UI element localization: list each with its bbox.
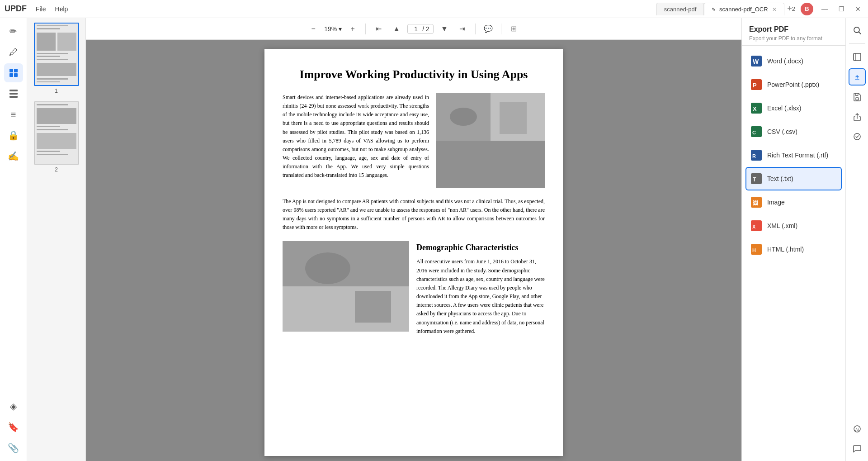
export-item-txt[interactable]: T Text (.txt): [745, 167, 842, 190]
check-icon[interactable]: [849, 128, 866, 145]
sidebar-icon-edit[interactable]: ✏: [4, 22, 23, 41]
svg-rect-5: [9, 93, 18, 95]
export-header: Export PDF Export your PDF to any format: [742, 18, 845, 46]
grid-icon: [9, 68, 19, 78]
svg-point-16: [305, 252, 350, 284]
page-indicator: 1 / 2: [407, 24, 434, 34]
toolbar-separator-1: [365, 24, 366, 34]
export-item-csv-label: CSV (.csv): [767, 128, 797, 135]
sidebar-left: ✏ 🖊 ≡ 🔒 ✍ ◈ 🔖 📎: [0, 18, 27, 461]
prev-page-button[interactable]: ▲: [389, 22, 404, 36]
sidebar-icon-attachment[interactable]: 📎: [4, 438, 23, 457]
export-title: Export PDF: [749, 25, 838, 33]
zoom-dropdown-icon[interactable]: ▾: [339, 25, 342, 33]
comment-panel-icon[interactable]: [849, 440, 866, 457]
main-area: ✏ 🖊 ≡ 🔒 ✍ ◈ 🔖 📎: [0, 18, 868, 461]
save-button[interactable]: [849, 88, 866, 105]
export-item-word[interactable]: W Word (.docx): [742, 49, 845, 73]
svg-text:R: R: [752, 153, 756, 159]
zoom-in-button[interactable]: +: [345, 22, 360, 36]
svg-rect-4: [9, 90, 18, 91]
export-item-csv[interactable]: C CSV (.csv): [742, 120, 845, 143]
pdf-section-2: Demographic Characteristics All consecut…: [283, 241, 545, 336]
comment-button[interactable]: 💬: [481, 22, 495, 36]
pdf-section-1: Smart devices and internet-based applica…: [283, 93, 545, 188]
xml-svg-icon: X: [751, 220, 762, 231]
share-svg-icon: [853, 112, 862, 121]
search-icon[interactable]: [849, 22, 866, 39]
maximize-button[interactable]: ❐: [836, 5, 847, 14]
svg-text:X: X: [753, 105, 757, 112]
pdf-section-2-body: All consecutive users from June 1, 2016 …: [416, 257, 545, 336]
svg-text:C: C: [752, 130, 756, 135]
tab-scanned-pdf[interactable]: scanned-pdf: [656, 3, 704, 15]
sidebar-icon-annotate[interactable]: 🖊: [4, 43, 23, 62]
export-item-image[interactable]: 🖼 Image: [742, 190, 845, 214]
export-item-xml-label: XML (.xml): [767, 222, 797, 229]
sidebar-icon-form[interactable]: ≡: [4, 105, 23, 124]
thumb-page-1-label: 1: [55, 88, 58, 94]
zoom-out-button[interactable]: −: [306, 22, 321, 36]
pdf-paragraph-2: The App is not designed to compare AR pa…: [283, 197, 545, 232]
svg-rect-17: [355, 291, 391, 323]
svg-rect-2: [9, 73, 13, 77]
thumbnail-1[interactable]: 1: [34, 23, 79, 94]
sidebar-icon-view[interactable]: [4, 84, 23, 103]
pdf-img-svg-1: [436, 93, 545, 188]
excel-svg-icon: X: [751, 103, 762, 114]
export-active-button[interactable]: [849, 68, 866, 86]
export-item-txt-label: Text (.txt): [767, 175, 793, 182]
menu-help[interactable]: Help: [55, 5, 68, 13]
menu-file[interactable]: File: [36, 5, 46, 13]
last-page-button[interactable]: ⇥: [455, 22, 470, 36]
export-item-rtf[interactable]: R Rich Text Format (.rtf): [742, 143, 845, 167]
svg-rect-3: [14, 73, 18, 77]
excel-icon: X: [750, 102, 763, 114]
sidebar-expand-icon[interactable]: [849, 48, 866, 66]
toolbar-separator-3: [501, 24, 501, 34]
sidebar-icon-sign[interactable]: ✍: [4, 147, 23, 166]
rtf-icon: R: [750, 149, 763, 162]
pdf-image-1: [436, 93, 545, 188]
svg-text:AI: AI: [855, 428, 859, 432]
export-item-html[interactable]: H HTML (.html): [742, 238, 845, 261]
tab-scanned-pdf-ocr[interactable]: ✎ scanned-pdf_OCR ✕: [704, 3, 784, 15]
close-button[interactable]: ✕: [853, 5, 863, 14]
user-avatar[interactable]: B: [801, 3, 813, 15]
sidebar-icon-layers[interactable]: ◈: [4, 397, 23, 416]
export-item-image-label: Image: [767, 199, 785, 206]
tab-close-icon[interactable]: ✕: [772, 6, 777, 13]
ppt-svg-icon: P: [751, 79, 762, 90]
export-item-excel[interactable]: X Excel (.xlsx): [742, 96, 845, 120]
sidebar-icon-protect[interactable]: 🔒: [4, 126, 23, 145]
sidebar-icon-bookmark[interactable]: 🔖: [4, 418, 23, 437]
pdf-area[interactable]: Improve Working Productivity in Using Ap…: [86, 40, 741, 461]
logo-text: UPDF: [5, 4, 27, 13]
thumb-page-2-img: [34, 101, 79, 165]
export-item-xml[interactable]: X XML (.xml): [742, 214, 845, 238]
first-page-button[interactable]: ⇤: [371, 22, 386, 36]
svg-point-11: [450, 108, 477, 126]
titlebar: UPDF File Help scanned-pdf ✎ scanned-pdf…: [0, 0, 868, 18]
export-subtitle: Export your PDF to any format: [749, 35, 838, 42]
check-svg-icon: [853, 132, 862, 141]
sidebar-icon-organize[interactable]: [4, 63, 23, 82]
minimize-button[interactable]: —: [819, 5, 830, 14]
total-pages: 2: [426, 25, 429, 33]
pdf-section-2-title: Demographic Characteristics: [416, 241, 545, 254]
svg-rect-10: [436, 141, 545, 188]
pdf-image-2: [283, 241, 409, 332]
export-item-html-label: HTML (.html): [767, 246, 804, 253]
next-page-button[interactable]: ▼: [437, 22, 452, 36]
zoom-level-value: 19%: [324, 25, 337, 33]
pdf-paragraph-1: Smart devices and internet-based applica…: [283, 93, 429, 188]
thumbnail-2[interactable]: 2: [34, 101, 79, 173]
share-icon[interactable]: [849, 108, 866, 125]
layout-button[interactable]: ⊞: [507, 22, 521, 36]
ai-icon[interactable]: AI: [849, 420, 866, 437]
add-tab-button[interactable]: +: [787, 4, 792, 14]
export-item-ppt[interactable]: P PowerPoint (.pptx): [742, 73, 845, 96]
csv-icon: C: [750, 125, 763, 138]
current-page[interactable]: 1: [411, 25, 420, 33]
thumb-page-2-label: 2: [55, 166, 58, 173]
